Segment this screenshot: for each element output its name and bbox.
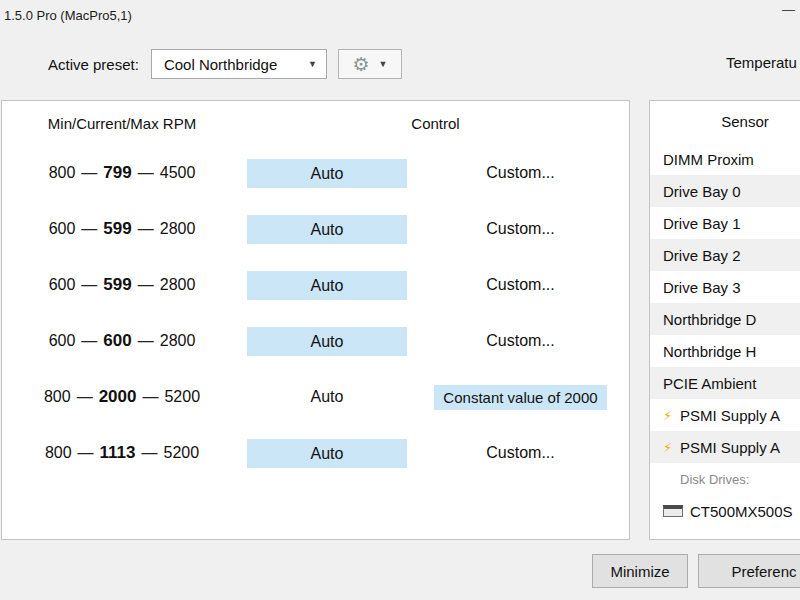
custom-option[interactable]: Custom...: [486, 276, 554, 293]
sensor-row[interactable]: Drive Bay 2: [650, 239, 800, 271]
sensor-row[interactable]: Northbridge D: [650, 303, 800, 335]
sensor-row[interactable]: DIMM Proxim: [650, 143, 800, 175]
fan-rpm-values: 600—599—2800: [2, 219, 242, 239]
sensor-row[interactable]: Drive Bay 1: [650, 207, 800, 239]
sensor-row[interactable]: Drive Bay 3: [650, 271, 800, 303]
preset-dropdown[interactable]: Cool Northbridge ▼: [151, 49, 327, 79]
sensor-row[interactable]: ⚡ PSMI Supply A: [650, 431, 800, 463]
lightning-icon: ⚡: [663, 440, 675, 455]
fan-row: 600—600—2800 Auto Custom...: [2, 313, 629, 369]
sensor-row[interactable]: ⚡ PSMI Supply A: [650, 399, 800, 431]
footer-bar: Minimize Preferenc: [0, 542, 800, 600]
sensor-label: CT500MX500S: [690, 503, 793, 520]
fan-row: 800—2000—5200 Auto Constant value of 200…: [2, 369, 629, 425]
sensor-panel: Sensor DIMM Proxim Drive Bay 0 Drive Bay…: [649, 100, 800, 540]
toolbar: Active preset: Cool Northbridge ▼ ⚙ ▼ Te…: [0, 30, 800, 98]
window-title: 1.5.0 Pro (MacPro5,1): [4, 8, 132, 23]
preferences-button[interactable]: Preferenc: [698, 554, 800, 588]
sensor-row[interactable]: CT500MX500S: [650, 495, 800, 527]
lightning-icon: ⚡: [663, 408, 675, 423]
custom-option[interactable]: Custom...: [486, 220, 554, 237]
sensor-label: PSMI Supply A: [680, 439, 780, 456]
custom-option[interactable]: Custom...: [486, 444, 554, 461]
gear-icon: ⚙: [352, 55, 369, 74]
fan-table-header: Min/Current/Max RPM Control: [2, 101, 629, 145]
rpm-column-header: Min/Current/Max RPM: [2, 115, 242, 132]
minimize-window-icon[interactable]: —: [782, 2, 795, 17]
sensor-label: Drive Bay 2: [663, 247, 741, 264]
preset-value: Cool Northbridge: [164, 56, 277, 73]
chevron-down-icon: ▼: [308, 59, 317, 69]
sensor-label: PSMI Supply A: [680, 407, 780, 424]
sensor-row[interactable]: Northbridge H: [650, 335, 800, 367]
title-bar: 1.5.0 Pro (MacPro5,1) —: [0, 0, 800, 30]
group-label: Disk Drives:: [680, 472, 749, 487]
sensor-label: Northbridge H: [663, 343, 756, 360]
auto-option[interactable]: Auto: [247, 327, 407, 356]
control-column-header: Control: [242, 115, 629, 132]
fan-row: 600—599—2800 Auto Custom...: [2, 201, 629, 257]
fan-rpm-values: 800—2000—5200: [2, 387, 242, 407]
sensor-row[interactable]: Drive Bay 0: [650, 175, 800, 207]
fan-rpm-values: 600—599—2800: [2, 275, 242, 295]
sensor-label: Drive Bay 1: [663, 215, 741, 232]
auto-option[interactable]: Auto: [242, 388, 412, 406]
fan-rpm-values: 600—600—2800: [2, 331, 242, 351]
sensor-label: Northbridge D: [663, 311, 756, 328]
auto-option[interactable]: Auto: [247, 215, 407, 244]
fan-table: Min/Current/Max RPM Control 800—799—4500…: [1, 100, 630, 540]
disk-drive-icon: [663, 505, 683, 517]
fan-rpm-values: 800—1113—5200: [2, 443, 242, 463]
fan-row: 800—1113—5200 Auto Custom...: [2, 425, 629, 481]
auto-option[interactable]: Auto: [247, 439, 407, 468]
active-preset-label: Active preset:: [48, 56, 139, 73]
minimize-button[interactable]: Minimize: [592, 554, 688, 588]
temperature-label: Temperatu: [726, 54, 797, 71]
sensor-label: Drive Bay 3: [663, 279, 741, 296]
custom-option[interactable]: Custom...: [486, 164, 554, 181]
main-content: Min/Current/Max RPM Control 800—799—4500…: [1, 100, 800, 540]
fan-row: 800—799—4500 Auto Custom...: [2, 145, 629, 201]
auto-option[interactable]: Auto: [247, 271, 407, 300]
auto-option[interactable]: Auto: [247, 159, 407, 188]
sensor-column-header: Sensor: [650, 101, 800, 143]
sensor-row[interactable]: PCIE Ambient: [650, 367, 800, 399]
fan-row: 600—599—2800 Auto Custom...: [2, 257, 629, 313]
sensor-label: DIMM Proxim: [663, 151, 754, 168]
chevron-down-icon: ▼: [378, 59, 387, 69]
app-window: 1.5.0 Pro (MacPro5,1) — Active preset: C…: [0, 0, 800, 600]
fan-rpm-values: 800—799—4500: [2, 163, 242, 183]
sensor-group-label: Disk Drives:: [650, 463, 800, 495]
custom-option[interactable]: Custom...: [486, 332, 554, 349]
sensor-label: Drive Bay 0: [663, 183, 741, 200]
custom-option-selected[interactable]: Constant value of 2000: [434, 385, 606, 410]
settings-button[interactable]: ⚙ ▼: [338, 49, 402, 79]
sensor-label: PCIE Ambient: [663, 375, 756, 392]
